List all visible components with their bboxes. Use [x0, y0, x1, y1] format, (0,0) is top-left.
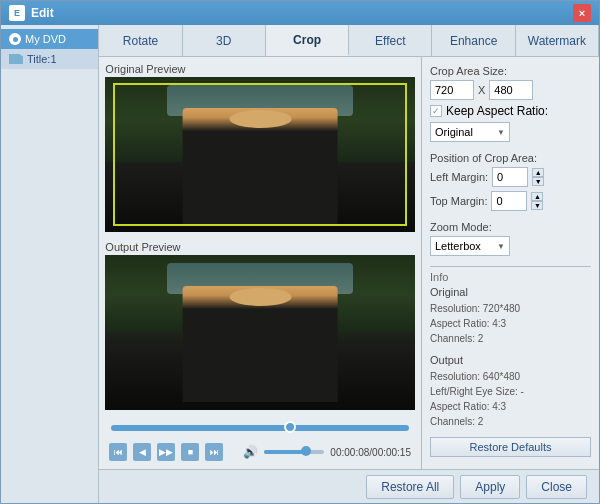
output-preview-box — [105, 255, 415, 410]
crop-area-size-group: Crop Area Size: X Keep Aspect Ratio: — [430, 65, 591, 142]
sidebar: My DVD Title:1 — [1, 25, 99, 503]
x-separator: X — [478, 84, 485, 96]
apply-button[interactable]: Apply — [460, 475, 520, 499]
aspect-dropdown-arrow: ▼ — [497, 128, 505, 137]
top-margin-row: Top Margin: ▲ ▼ — [430, 191, 591, 211]
top-margin-label: Top Margin: — [430, 195, 487, 207]
output-preview-section: Output Preview — [105, 241, 415, 415]
left-margin-down[interactable]: ▼ — [532, 177, 544, 186]
keep-aspect-checkbox[interactable] — [430, 105, 442, 117]
aspect-dropdown[interactable]: Original ▼ — [430, 122, 510, 142]
sidebar-title: My DVD — [25, 33, 66, 45]
sidebar-header: My DVD — [1, 29, 98, 49]
right-panel: Rotate 3D Crop Effect Enhance Watermark … — [99, 25, 599, 503]
original-preview-section: Original Preview — [105, 63, 415, 237]
media-controls: ⏮ ◀ ▶▶ ■ ⏭ 🔊 00:00:08/00:00:15 — [105, 441, 415, 463]
info-title: Info — [430, 271, 591, 283]
tab-3d[interactable]: 3D — [183, 25, 266, 56]
close-window-button[interactable]: × — [573, 4, 591, 22]
original-preview-label: Original Preview — [105, 63, 415, 75]
main-content: My DVD Title:1 Rotate 3D Crop Effect Enh… — [1, 25, 599, 503]
keep-aspect-label: Keep Aspect Ratio: — [446, 104, 548, 118]
dvd-icon — [9, 33, 21, 45]
crop-height-input[interactable] — [489, 80, 533, 100]
crop-size-row: X — [430, 80, 591, 100]
crop-position-group: Position of Crop Area: Left Margin: ▲ ▼ … — [430, 152, 591, 211]
title-bar: E Edit × — [1, 1, 599, 25]
scrubber-area — [105, 419, 415, 437]
zoom-dropdown[interactable]: Letterbox ▼ — [430, 236, 510, 256]
settings-panel: Crop Area Size: X Keep Aspect Ratio: — [421, 57, 599, 469]
volume-icon: 🔊 — [243, 445, 258, 459]
output-leftrighteyesize: Left/Right Eye Size: - — [430, 384, 591, 399]
close-button[interactable]: Close — [526, 475, 587, 499]
crop-width-input[interactable] — [430, 80, 474, 100]
left-margin-spinner: ▲ ▼ — [532, 168, 544, 186]
tabs-bar: Rotate 3D Crop Effect Enhance Watermark — [99, 25, 599, 57]
volume-slider[interactable] — [264, 450, 324, 454]
left-margin-row: Left Margin: ▲ ▼ — [430, 167, 591, 187]
zoom-mode-label: Zoom Mode: — [430, 221, 591, 233]
top-margin-down[interactable]: ▼ — [531, 201, 543, 210]
play-button[interactable]: ▶▶ — [157, 443, 175, 461]
bottom-bar: Restore All Apply Close — [99, 469, 599, 503]
aspect-dropdown-row: Original ▼ — [430, 122, 591, 142]
left-margin-up[interactable]: ▲ — [532, 168, 544, 177]
original-info-title: Original — [430, 286, 591, 298]
info-section: Info Original Resolution: 720*480 Aspect… — [430, 266, 591, 457]
skip-forward-button[interactable]: ⏭ — [205, 443, 223, 461]
time-display: 00:00:08/00:00:15 — [330, 447, 411, 458]
window-icon: E — [9, 5, 25, 21]
scrubber-track[interactable] — [111, 425, 409, 431]
original-preview-box — [105, 77, 415, 232]
original-resolution: Resolution: 720*480 — [430, 301, 591, 316]
info-divider — [430, 266, 591, 267]
tab-watermark[interactable]: Watermark — [516, 25, 599, 56]
output-aspect: Aspect Ratio: 4:3 — [430, 399, 591, 414]
scrubber-handle[interactable] — [284, 421, 296, 433]
top-margin-spinner: ▲ ▼ — [531, 192, 543, 210]
output-info-title: Output — [430, 354, 591, 366]
window-title: Edit — [31, 6, 573, 20]
original-channels: Channels: 2 — [430, 331, 591, 346]
tab-effect[interactable]: Effect — [349, 25, 432, 56]
edit-area: Original Preview — [99, 57, 599, 469]
crop-area-size-label: Crop Area Size: — [430, 65, 591, 77]
zoom-dropdown-arrow: ▼ — [497, 242, 505, 251]
restore-defaults-button[interactable]: Restore Defaults — [430, 437, 591, 457]
file-icon — [9, 54, 23, 64]
zoom-dropdown-row: Letterbox ▼ — [430, 236, 591, 256]
left-margin-input[interactable] — [492, 167, 528, 187]
tab-crop[interactable]: Crop — [266, 25, 349, 56]
keep-aspect-row: Keep Aspect Ratio: — [430, 104, 591, 118]
tab-enhance[interactable]: Enhance — [432, 25, 515, 56]
top-margin-up[interactable]: ▲ — [531, 192, 543, 201]
step-back-button[interactable]: ◀ — [133, 443, 151, 461]
top-margin-input[interactable] — [491, 191, 527, 211]
edit-window: E Edit × My DVD Title:1 Rotate 3D Crop — [0, 0, 600, 504]
original-aspect: Aspect Ratio: 4:3 — [430, 316, 591, 331]
preview-panel: Original Preview — [99, 57, 421, 469]
skip-back-button[interactable]: ⏮ — [109, 443, 127, 461]
output-channels: Channels: 2 — [430, 414, 591, 429]
sidebar-item-label: Title:1 — [27, 53, 57, 65]
zoom-mode-group: Zoom Mode: Letterbox ▼ — [430, 221, 591, 256]
position-label: Position of Crop Area: — [430, 152, 591, 164]
stop-button[interactable]: ■ — [181, 443, 199, 461]
restore-all-button[interactable]: Restore All — [366, 475, 454, 499]
left-margin-label: Left Margin: — [430, 171, 488, 183]
output-preview-label: Output Preview — [105, 241, 415, 253]
output-resolution: Resolution: 640*480 — [430, 369, 591, 384]
sidebar-item-title1[interactable]: Title:1 — [1, 49, 98, 69]
tab-rotate[interactable]: Rotate — [99, 25, 182, 56]
